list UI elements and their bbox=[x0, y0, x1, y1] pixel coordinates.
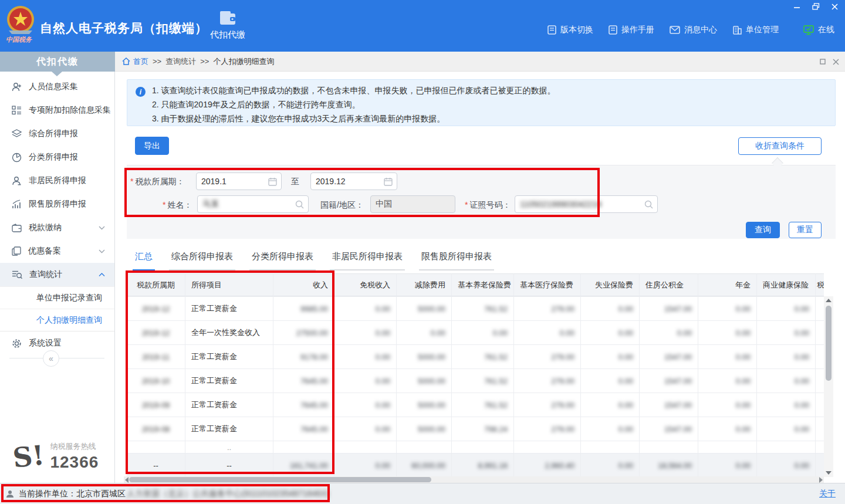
breadcrumb-level1[interactable]: 查询统计 bbox=[165, 56, 196, 67]
total-value: 18,564.00 bbox=[658, 461, 692, 470]
scroll-up-arrow[interactable] bbox=[826, 299, 832, 302]
menu-manual[interactable]: 操作手册 bbox=[609, 25, 654, 35]
col-header: 减除费用 bbox=[397, 273, 452, 296]
sidebar-item-preference-filing[interactable]: 优惠备案 bbox=[0, 239, 114, 263]
calendar-icon[interactable] bbox=[268, 177, 277, 186]
collapse-query-button[interactable]: 收折查询条件 bbox=[738, 137, 822, 155]
menu-version-switch[interactable]: 版本切换 bbox=[547, 25, 593, 35]
total-value: 8,991.16 bbox=[478, 461, 508, 470]
status-bar: 当前操作单位：北京市西城区人力资源（北京）公共服务中心(911101023548… bbox=[0, 483, 845, 504]
scroll-right-arrow[interactable] bbox=[819, 477, 823, 483]
tab-withholding[interactable]: 代扣代缴 bbox=[204, 11, 251, 46]
horizontal-scroll-thumb[interactable] bbox=[129, 477, 431, 482]
cell-income-item: 正常工资薪金 bbox=[185, 417, 273, 441]
sidebar-item-classified-income[interactable]: 分类所得申报 bbox=[0, 146, 114, 169]
person-plus-icon bbox=[12, 82, 22, 92]
current-unit-label: 当前操作单位： bbox=[19, 489, 76, 499]
info-icon: i bbox=[136, 87, 146, 97]
table-row: 2019-09 正常工资薪金 7645.00 0.00 5000.00 761.… bbox=[127, 393, 824, 417]
search-icon[interactable] bbox=[295, 200, 304, 209]
tab-comprehensive-income[interactable]: 综合所得申报表 bbox=[169, 251, 235, 270]
col-header: 基本医疗保险费 bbox=[514, 273, 581, 296]
envelope-icon bbox=[670, 26, 680, 34]
calendar-icon[interactable] bbox=[384, 177, 393, 186]
cell-value: 0.00 bbox=[736, 401, 751, 410]
scroll-down-arrow[interactable] bbox=[826, 471, 832, 475]
cell-value: 0.00 bbox=[795, 425, 809, 434]
tab-classified-income[interactable]: 分类所得申报表 bbox=[249, 251, 316, 270]
tab-nonresident-income[interactable]: 非居民所得申报表 bbox=[330, 251, 405, 270]
cell-value: 5000.00 bbox=[418, 425, 445, 434]
sidebar-item-special-deduction[interactable]: 专项附加扣除信息采集 bbox=[0, 99, 114, 122]
cell-value: 279.00 bbox=[551, 305, 574, 313]
menu-unit-management[interactable]: 单位管理 bbox=[732, 25, 779, 35]
period-to-input[interactable]: 2019.12 bbox=[310, 172, 397, 190]
period-label: *税款所属期： bbox=[130, 177, 184, 187]
period-from-input[interactable]: 2019.1 bbox=[196, 172, 282, 190]
search-icon[interactable] bbox=[644, 200, 653, 209]
search-button[interactable]: 查询 bbox=[746, 222, 780, 238]
cell-value: 7645.00 bbox=[300, 401, 328, 410]
cell-period: 2019-08 bbox=[142, 425, 170, 434]
breadcrumb-home[interactable]: 首页 bbox=[122, 56, 148, 67]
reset-button[interactable]: 重置 bbox=[789, 222, 822, 238]
tab-summary[interactable]: 汇总 bbox=[133, 251, 155, 270]
cell-value: 1547.00 bbox=[664, 353, 692, 361]
col-header: 收入 bbox=[273, 273, 334, 296]
scroll-left-arrow[interactable] bbox=[125, 477, 129, 483]
wallet-icon bbox=[12, 224, 22, 232]
minimize-button[interactable] bbox=[792, 2, 802, 11]
cell-value: 5000.00 bbox=[418, 377, 445, 385]
sidebar-item-restricted-shares[interactable]: 限售股所得申报 bbox=[0, 192, 114, 216]
breadcrumb-home-label: 首页 bbox=[133, 56, 148, 67]
hotline-number: 12366 bbox=[50, 453, 99, 472]
close-button[interactable] bbox=[830, 2, 839, 11]
about-link[interactable]: 关于 bbox=[819, 489, 836, 499]
cell-value: 0.00 bbox=[493, 329, 508, 337]
tab-restricted-shares[interactable]: 限售股所得申报表 bbox=[419, 251, 494, 270]
sidebar-item-personnel-info[interactable]: 人员信息采集 bbox=[0, 75, 114, 99]
breadcrumb: 首页 >> 查询统计 >> 个人扣缴明细查询 bbox=[115, 52, 845, 72]
panel-controls bbox=[820, 52, 839, 72]
horizontal-scrollbar[interactable] bbox=[124, 476, 824, 483]
sidebar-subitem-unit-declaration-query[interactable]: 单位申报记录查询 bbox=[0, 286, 114, 309]
cell-value: 761.52 bbox=[484, 305, 508, 313]
pie-chart-icon bbox=[12, 153, 22, 163]
sidebar-collapse-button[interactable]: « bbox=[43, 350, 59, 367]
sidebar-item-system-settings[interactable]: 系统设置 bbox=[0, 332, 114, 355]
restore-button[interactable] bbox=[811, 2, 820, 11]
copy-docs-icon bbox=[12, 246, 21, 256]
cell-value: 0.00 bbox=[677, 329, 692, 337]
vertical-scrollbar[interactable] bbox=[824, 296, 833, 477]
sidebar-item-label: 税款缴纳 bbox=[29, 222, 62, 233]
name-input[interactable]: 马某 bbox=[197, 195, 309, 213]
user-icon bbox=[6, 490, 14, 498]
cell-period: 2019-12 bbox=[142, 305, 170, 313]
hotline-block: S! 纳税服务热线 12366 bbox=[13, 441, 99, 472]
sidebar-item-query-statistics[interactable]: 查询统计 bbox=[0, 263, 114, 286]
cell-value: 0.00 bbox=[618, 425, 633, 434]
cell-value: 0.00 bbox=[736, 353, 751, 361]
export-button[interactable]: 导出 bbox=[135, 137, 169, 155]
cell-value: 0.00 bbox=[795, 353, 809, 361]
sidebar-item-nonresident-income[interactable]: 非居民所得申报 bbox=[0, 169, 114, 192]
sidebar-item-comprehensive-income[interactable]: 综合所得申报 bbox=[0, 122, 114, 146]
sidebar-item-tax-payment[interactable]: 税款缴纳 bbox=[0, 216, 114, 239]
cell-period: 2019-10 bbox=[142, 377, 170, 385]
panel-maximize-icon[interactable] bbox=[820, 59, 826, 65]
header-menu: 版本切换 操作手册 消息中心 bbox=[547, 25, 834, 35]
building-icon bbox=[732, 25, 742, 35]
online-status[interactable]: 在线 bbox=[803, 25, 834, 35]
breadcrumb-level2: 个人扣缴明细查询 bbox=[213, 56, 274, 67]
id-number-input[interactable]: 110502199903042219 bbox=[515, 195, 658, 213]
chevron-down-icon bbox=[99, 249, 105, 253]
col-header-truncated: 税 bbox=[816, 273, 824, 296]
vertical-scroll-thumb[interactable] bbox=[826, 306, 832, 381]
menu-message-center[interactable]: 消息中心 bbox=[670, 25, 717, 35]
cell-income-item: 全年一次性奖金收入 bbox=[185, 321, 273, 344]
cell-value: 0.00 bbox=[376, 329, 390, 337]
app-header: 中国税务 自然人电子税务局（扣缴端） 代扣代缴 版本切换 bbox=[0, 0, 845, 52]
sidebar-subitem-personal-withholding-detail-query[interactable]: 个人扣缴明细查询 bbox=[0, 309, 114, 331]
panel-close-icon[interactable] bbox=[833, 59, 839, 65]
sidebar-item-label: 优惠备案 bbox=[28, 246, 61, 256]
